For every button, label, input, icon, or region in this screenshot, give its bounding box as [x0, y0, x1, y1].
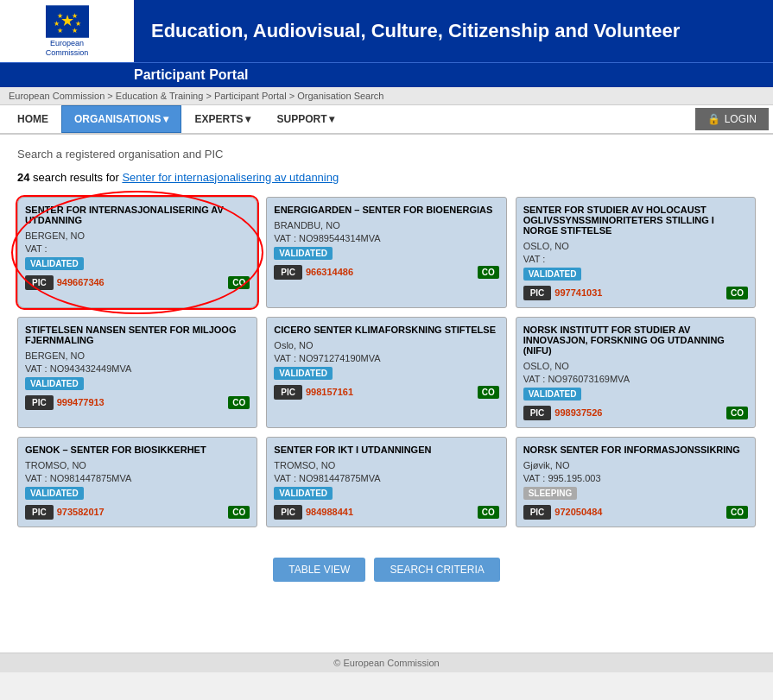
- card-2[interactable]: SENTER FOR STUDIER AV HOLOCAUST OGLIVSSY…: [516, 197, 756, 308]
- co-button[interactable]: CO: [228, 506, 250, 519]
- card-vat: VAT :: [523, 254, 748, 264]
- co-button[interactable]: CO: [478, 386, 499, 399]
- card-footer: PIC 998937526 CO: [523, 406, 748, 420]
- card-vat: VAT :: [25, 243, 250, 254]
- status-badge: VALIDATED: [523, 388, 582, 400]
- card-vat: VAT : NO981447875MVA: [274, 473, 498, 483]
- pic-number: 984988441: [306, 507, 474, 517]
- card-name: SENTER FOR IKT I UTDANNINGEN: [274, 445, 498, 455]
- card-location: Gjøvik, NO: [523, 460, 748, 470]
- pic-number: 949667346: [57, 277, 225, 287]
- card-3[interactable]: STIFTELSEN NANSEN SENTER FOR MILJOOG FJE…: [17, 317, 257, 428]
- search-criteria-button[interactable]: SEARCH CRITERIA: [374, 558, 499, 582]
- pic-label: PIC: [274, 505, 302, 520]
- card-vat: VAT : NO989544314MVA: [274, 233, 498, 243]
- card-name: CICERO SENTER KLIMAFORSKNING STIFTELSE: [274, 325, 498, 335]
- pic-number: 972050484: [554, 507, 723, 517]
- card-location: OSLO, NO: [523, 241, 748, 251]
- nav-bar: HOME ORGANISATIONS ▾ EXPERTS ▾ SUPPORT ▾…: [0, 105, 773, 135]
- search-subtitle: Search a registered organisation and PIC: [17, 148, 756, 161]
- co-button[interactable]: CO: [478, 506, 499, 519]
- pic-number: 998937526: [554, 407, 723, 418]
- card-name: Norsk senter for informasjonssikring: [523, 445, 748, 455]
- breadcrumb-education[interactable]: Education & Training: [116, 91, 204, 101]
- breadcrumb-portal[interactable]: Participant Portal: [214, 91, 287, 101]
- status-badge: VALIDATED: [25, 377, 84, 390]
- lock-icon: 🔒: [707, 113, 720, 125]
- pic-label: PIC: [274, 385, 302, 400]
- main-content: Search a registered organisation and PIC…: [0, 135, 773, 653]
- card-footer: PIC 984988441 CO: [274, 505, 498, 520]
- login-button[interactable]: 🔒 LOGIN: [695, 108, 769, 130]
- header-top: ★ ★ ★ ★ ★ ★ ★ European Commission Educat…: [0, 0, 773, 62]
- card-location: BERGEN, NO: [25, 350, 250, 361]
- status-badge: VALIDATED: [274, 367, 333, 380]
- pic-number: 998157161: [306, 387, 474, 397]
- card-name: NORSK INSTITUTT FOR STUDIER AV INNOVASJO…: [523, 325, 748, 356]
- card-location: BRANDBU, NO: [274, 220, 498, 230]
- nav-experts[interactable]: EXPERTS ▾: [181, 105, 263, 133]
- card-footer: PIC 998157161 CO: [274, 385, 498, 400]
- card-6[interactable]: GENOK – SENTER FOR BIOSIKKERHET TROMSO, …: [17, 437, 257, 527]
- card-name: SENTER FOR STUDIER AV HOLOCAUST OGLIVSSY…: [523, 205, 748, 236]
- card-location: TROMSO, NO: [274, 460, 498, 470]
- status-badge: VALIDATED: [25, 257, 84, 270]
- results-count: 24: [17, 171, 29, 184]
- pic-number: 997741031: [554, 287, 723, 298]
- header-title: Education, Audiovisual, Culture, Citizen…: [151, 20, 756, 42]
- card-location: Oslo, NO: [274, 340, 498, 350]
- bottom-bar: TABLE VIEW SEARCH CRITERIA: [17, 545, 756, 595]
- pic-label: PIC: [25, 275, 54, 290]
- co-button[interactable]: CO: [478, 266, 499, 279]
- status-badge: SLEEPING: [523, 487, 578, 500]
- results-text: search results for: [33, 171, 119, 184]
- breadcrumb-ec[interactable]: European Commission: [9, 91, 105, 101]
- footer-bar: © European Commission: [0, 653, 773, 672]
- status-badge: VALIDATED: [523, 268, 582, 281]
- co-button[interactable]: CO: [726, 407, 748, 419]
- nav-support[interactable]: SUPPORT ▾: [263, 105, 347, 133]
- co-button[interactable]: CO: [726, 506, 748, 519]
- card-7[interactable]: SENTER FOR IKT I UTDANNINGEN TROMSO, NO …: [266, 437, 506, 527]
- header-subtitle-bar: Participant Portal: [0, 62, 773, 87]
- co-button[interactable]: CO: [228, 276, 250, 289]
- breadcrumb: European Commission > Education & Traini…: [0, 87, 773, 105]
- card-vat: VAT : NO943432449MVA: [25, 363, 250, 374]
- chevron-down-icon: ▾: [329, 113, 334, 125]
- breadcrumb-current: Organisation Search: [297, 91, 383, 101]
- nav-organisations[interactable]: ORGANISATIONS ▾: [61, 105, 181, 133]
- pic-label: PIC: [25, 395, 54, 410]
- status-badge: VALIDATED: [25, 487, 84, 500]
- chevron-down-icon: ▾: [245, 113, 250, 125]
- pic-number: 973582017: [57, 507, 225, 517]
- card-footer: PIC 949667346 CO: [25, 275, 250, 290]
- pic-label: PIC: [523, 505, 552, 520]
- svg-text:★: ★: [57, 26, 63, 35]
- pic-label: PIC: [274, 265, 302, 280]
- card-5[interactable]: NORSK INSTITUTT FOR STUDIER AV INNOVASJO…: [516, 317, 756, 428]
- portal-subtitle: Participant Portal: [134, 67, 248, 82]
- eu-flag-icon: ★ ★ ★ ★ ★ ★ ★: [46, 4, 89, 39]
- card-footer: PIC 997741031 CO: [523, 286, 748, 300]
- pic-label: PIC: [523, 286, 552, 300]
- table-view-button[interactable]: TABLE VIEW: [273, 558, 365, 582]
- card-0[interactable]: SENTER FOR INTERNASJONALISERING AV UTDAN…: [17, 197, 257, 308]
- co-button[interactable]: CO: [228, 396, 250, 409]
- pic-number: 966314486: [306, 267, 474, 277]
- card-vat: VAT : NO971274190MVA: [274, 353, 498, 363]
- nav-home[interactable]: HOME: [4, 105, 61, 133]
- card-vat: VAT : NO976073169MVA: [523, 374, 748, 384]
- chevron-down-icon: ▾: [163, 113, 168, 125]
- svg-text:★: ★: [71, 26, 77, 35]
- co-button[interactable]: CO: [726, 287, 748, 300]
- card-name: SENTER FOR INTERNASJONALISERING AV UTDAN…: [25, 205, 250, 225]
- results-query-link[interactable]: Senter for internasjonalisering av utdan…: [122, 171, 339, 184]
- card-footer: PIC 973582017 CO: [25, 505, 250, 520]
- cards-grid: SENTER FOR INTERNASJONALISERING AV UTDAN…: [17, 197, 756, 527]
- card-4[interactable]: CICERO SENTER KLIMAFORSKNING STIFTELSE O…: [266, 317, 506, 428]
- card-location: TROMSO, NO: [25, 460, 250, 470]
- card-1[interactable]: ENERGIGARDEN – SENTER FOR BIOENERGIAS BR…: [266, 197, 506, 308]
- card-name: ENERGIGARDEN – SENTER FOR BIOENERGIAS: [274, 205, 498, 215]
- card-footer: PIC 966314486 CO: [274, 265, 498, 280]
- card-8[interactable]: Norsk senter for informasjonssikring Gjø…: [516, 437, 756, 527]
